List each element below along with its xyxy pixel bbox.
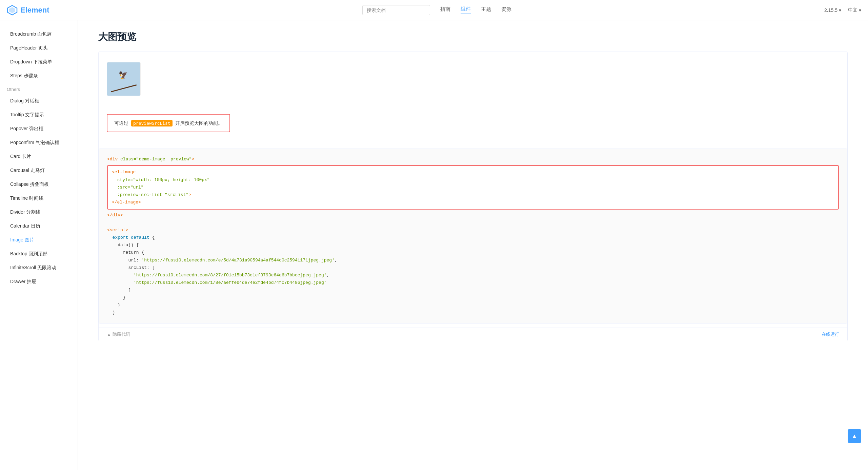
code-script-open: <script> (107, 227, 839, 234)
sidebar-item-tooltip[interactable]: Tooltip 文字提示 (0, 108, 78, 122)
chevron-down-icon-lang: ▾ (859, 7, 861, 13)
sidebar-item-image[interactable]: Image 图片 (0, 233, 78, 247)
code-srclist-item2: 'https://fuss10.elemecdn.com/1/8e/aeffeb… (107, 279, 839, 287)
sidebar-item-collapse[interactable]: Collapse 折叠面板 (0, 177, 78, 191)
layout: Breadcrumb 面包屑 PageHeader 页头 Dropdown 下拉… (0, 20, 868, 358)
sidebar-item-carousel[interactable]: Carousel 走马灯 (0, 163, 78, 177)
demo-footer: ▲ 隐藏代码 在线运行 (99, 328, 847, 341)
search-input[interactable] (362, 5, 430, 15)
demo-image-thumbnail[interactable] (107, 62, 141, 96)
highlighted-code-section: <el-image style="width: 100px; height: 1… (107, 165, 839, 209)
bird-scene (107, 62, 140, 96)
code-div-close: </div> (107, 212, 839, 219)
code-srclist-close: ] (107, 287, 839, 294)
collapse-icon: ▲ (107, 332, 111, 337)
main-content: 大图预览 可通过 previewSrcList 开启预览大图的功能。 <div (78, 20, 868, 358)
sidebar-item-popconfirm[interactable]: Popconfirm 气泡确认框 (0, 136, 78, 150)
sidebar-item-calendar[interactable]: Calendar 日历 (0, 219, 78, 233)
sidebar-item-pageheader[interactable]: PageHeader 页头 (0, 41, 78, 55)
code-el-image-open: <el-image (112, 169, 834, 176)
page-title: 大图预览 (98, 31, 848, 43)
code-srclist-item1: 'https://fuss10.elemecdn.com/8/27/f01c15… (107, 272, 839, 279)
code-srclist-open: srcList: [ (107, 264, 839, 272)
collapse-code-button[interactable]: ▲ 隐藏代码 (107, 331, 130, 337)
lang-selector[interactable]: 中文 ▾ (848, 7, 861, 13)
header-right: 2.15.5 ▾ 中文 ▾ (824, 7, 861, 13)
version-selector[interactable]: 2.15.5 ▾ (824, 7, 841, 13)
code-return-close: } (107, 294, 839, 301)
info-text-before: 可通过 (114, 119, 128, 127)
code-data-fn: data() { (107, 241, 839, 249)
sidebar-section-others: Others (0, 83, 78, 94)
svg-marker-1 (9, 7, 15, 13)
demo-preview (99, 52, 847, 107)
nav-item-components[interactable]: 组件 (461, 6, 471, 14)
sidebar-item-drawer[interactable]: Drawer 抽屉 (0, 275, 78, 289)
code-block: <div class="demo-image__preview"> <el-im… (99, 149, 847, 324)
sidebar-item-timeline[interactable]: Timeline 时间线 (0, 191, 78, 205)
logo-icon (7, 5, 18, 16)
code-el-image-close: </el-image> (112, 199, 834, 206)
nav-item-resources[interactable]: 资源 (501, 6, 511, 14)
sidebar-item-dropdown[interactable]: Dropdown 下拉菜单 (0, 55, 78, 69)
code-data-close: } (107, 301, 839, 309)
info-code: previewSrcList (131, 120, 173, 126)
online-run-button[interactable]: 在线运行 (822, 331, 839, 337)
code-export-default: export default { (107, 234, 839, 241)
code-return: return { (107, 249, 839, 256)
code-src-attr: :src="url" (112, 184, 834, 191)
sidebar-item-dialog[interactable]: Dialog 对话框 (0, 94, 78, 108)
chevron-down-icon: ▾ (839, 7, 841, 13)
code-url: url: 'https://fuss10.elemecdn.com/e/5d/4… (107, 257, 839, 264)
code-preview-src-attr: :preview-src-list="srcList"> (112, 191, 834, 199)
sidebar-item-breadcrumb[interactable]: Breadcrumb 面包屑 (0, 27, 78, 41)
sidebar-item-card[interactable]: Card 卡片 (0, 150, 78, 163)
sidebar-item-steps[interactable]: Steps 步骤条 (0, 69, 78, 83)
code-line-div-open: <div class="demo-image__preview"> (107, 156, 839, 163)
sidebar-item-popover[interactable]: Popover 弹出框 (0, 122, 78, 136)
sidebar-item-infinitescroll[interactable]: InfiniteScroll 无限滚动 (0, 261, 78, 275)
sidebar: Breadcrumb 面包屑 PageHeader 页头 Dropdown 下拉… (0, 20, 78, 358)
logo[interactable]: Element (7, 5, 49, 16)
info-box: 可通过 previewSrcList 开启预览大图的功能。 (107, 114, 230, 132)
nav-item-theme[interactable]: 主题 (481, 6, 491, 14)
logo-text: Element (20, 6, 49, 15)
sidebar-item-backtop[interactable]: Backtop 回到顶部 (0, 247, 78, 261)
header: Element 指南 组件 主题 资源 2.15.5 ▾ 中文 ▾ (0, 0, 868, 20)
demo-box: 可通过 previewSrcList 开启预览大图的功能。 <div class… (98, 52, 848, 341)
info-text-after: 开启预览大图的功能。 (175, 119, 223, 127)
sidebar-item-divider[interactable]: Divider 分割线 (0, 205, 78, 219)
nav-item-guide[interactable]: 指南 (440, 6, 450, 14)
code-last-paren: ) (107, 309, 839, 316)
code-style-attr: style="width: 100px; height: 100px" (112, 176, 834, 184)
header-nav: 指南 组件 主题 资源 (362, 5, 511, 15)
